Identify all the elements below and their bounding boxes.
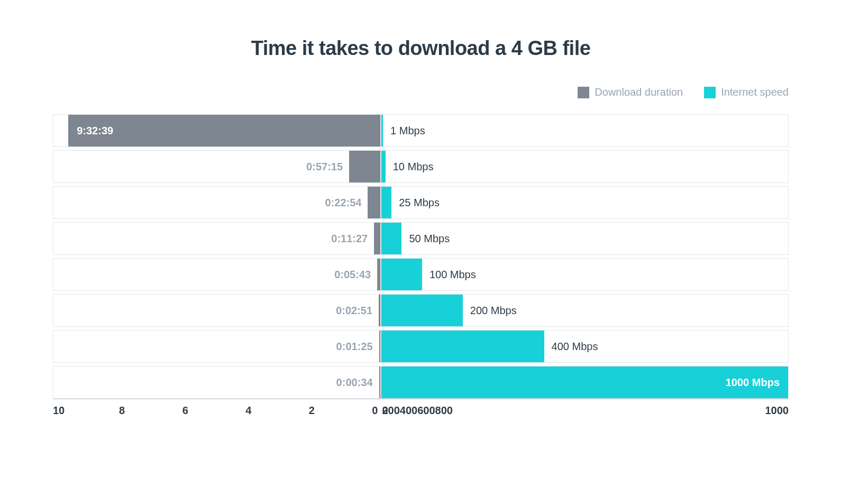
speed-cell: 25 Mbps	[381, 186, 789, 219]
swatch-duration-icon	[578, 87, 589, 98]
legend-item-duration: Download duration	[578, 86, 683, 98]
speed-cell: 100 Mbps	[381, 258, 789, 291]
chart-row: 0:11:2750 Mbps	[53, 222, 789, 255]
axis-tick: 6	[182, 405, 188, 417]
legend-label-duration: Download duration	[595, 86, 683, 98]
x-axis: 1086420 02004006008001000	[53, 405, 789, 417]
x-axis-right: 02004006008001000	[381, 405, 789, 417]
duration-bar	[379, 295, 380, 326]
axis-tick: 2	[309, 405, 315, 417]
speed-bar	[381, 259, 422, 290]
speed-label: 25 Mbps	[391, 197, 440, 209]
speed-label: 400 Mbps	[544, 341, 598, 353]
duration-cell: 0:05:43	[53, 258, 381, 291]
speed-label: 10 Mbps	[386, 161, 434, 173]
duration-label: 0:05:43	[334, 269, 377, 281]
speed-bar	[381, 331, 544, 362]
swatch-speed-icon	[704, 87, 716, 98]
chart-title: Time it takes to download a 4 GB file	[53, 37, 789, 60]
duration-label: 0:01:25	[336, 341, 379, 353]
speed-cell: 10 Mbps	[381, 150, 789, 183]
speed-label: 50 Mbps	[401, 233, 450, 245]
speed-label: 1 Mbps	[383, 125, 425, 137]
chart-row: 0:02:51200 Mbps	[53, 294, 789, 327]
speed-bar: 1000 Mbps	[381, 366, 788, 398]
axis-tick: 10	[53, 405, 65, 417]
chart-row: 0:00:341000 Mbps	[53, 366, 789, 399]
duration-bar	[377, 259, 380, 290]
axis-tick: 400	[400, 405, 417, 417]
speed-cell: 400 Mbps	[381, 330, 789, 363]
chart-rows: 9:32:391 Mbps0:57:1510 Mbps0:22:5425 Mbp…	[53, 114, 789, 399]
axis-tick: 8	[119, 405, 125, 417]
speed-bar	[381, 187, 391, 218]
duration-cell: 0:00:34	[53, 366, 381, 399]
duration-bar	[379, 331, 380, 362]
speed-label: 1000 Mbps	[717, 377, 788, 389]
duration-bar	[368, 187, 380, 218]
duration-label: 0:02:51	[336, 305, 379, 317]
x-axis-left: 1086420	[53, 405, 381, 417]
chart-container: Time it takes to download a 4 GB file Do…	[0, 0, 868, 486]
duration-cell: 0:57:15	[53, 150, 381, 183]
speed-cell: 50 Mbps	[381, 222, 789, 255]
duration-bar: 9:32:39	[68, 115, 380, 146]
chart-row: 9:32:391 Mbps	[53, 114, 789, 147]
duration-bar	[379, 366, 380, 398]
axis-tick: 800	[435, 405, 453, 417]
speed-label: 100 Mbps	[422, 269, 476, 281]
legend-label-speed: Internet speed	[721, 86, 789, 98]
chart-row: 0:57:1510 Mbps	[53, 150, 789, 183]
duration-label: 0:57:15	[306, 161, 349, 173]
duration-cell: 0:01:25	[53, 330, 381, 363]
chart-row: 0:05:43100 Mbps	[53, 258, 789, 291]
legend: Download duration Internet speed	[53, 86, 789, 98]
speed-bar	[381, 295, 463, 326]
speed-cell: 200 Mbps	[381, 294, 789, 327]
duration-cell: 0:22:54	[53, 186, 381, 219]
duration-label: 9:32:39	[68, 125, 122, 137]
axis-tick: 4	[245, 405, 251, 417]
speed-bar	[381, 151, 386, 182]
duration-label: 0:22:54	[325, 197, 368, 209]
duration-label: 0:00:34	[336, 377, 379, 389]
duration-bar	[374, 223, 380, 254]
duration-label: 0:11:27	[331, 233, 374, 245]
duration-cell: 0:11:27	[53, 222, 381, 255]
speed-bar	[381, 223, 401, 254]
axis-tick: 1000	[765, 405, 789, 417]
speed-cell: 1 Mbps	[381, 114, 789, 147]
duration-cell: 0:02:51	[53, 294, 381, 327]
axis-tick: 200	[382, 405, 399, 417]
legend-item-speed: Internet speed	[704, 86, 789, 98]
axis-tick: 600	[417, 405, 435, 417]
chart-row: 0:22:5425 Mbps	[53, 186, 789, 219]
speed-label: 200 Mbps	[463, 305, 517, 317]
duration-cell: 9:32:39	[53, 114, 381, 147]
speed-cell: 1000 Mbps	[381, 366, 789, 399]
chart-row: 0:01:25400 Mbps	[53, 330, 789, 363]
duration-bar	[349, 151, 380, 182]
axis-tick: 0	[372, 405, 378, 417]
